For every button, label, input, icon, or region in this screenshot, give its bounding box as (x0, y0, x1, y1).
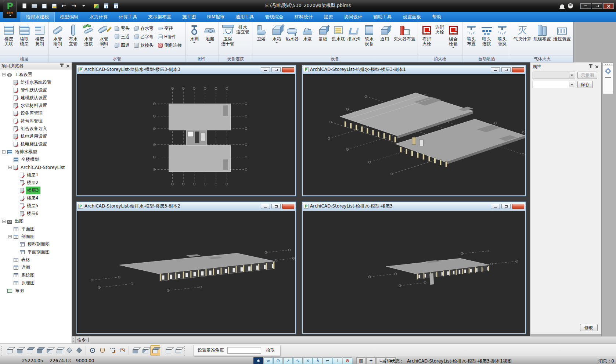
view-diamond-left-button[interactable] (64, 345, 74, 356)
window-maximize-button[interactable] (501, 67, 511, 72)
save-as-icon[interactable] (50, 2, 58, 10)
ribbon-small-button[interactable]: 软接头 (134, 42, 154, 48)
viewport-canvas[interactable] (78, 211, 295, 333)
window-minimize-button[interactable] (261, 67, 270, 72)
window-maximize-button[interactable] (271, 67, 281, 72)
ribbon-tab[interactable]: 材料统计 (289, 12, 318, 22)
ribbon-small-button[interactable]: 变径 (158, 25, 182, 32)
report-export-icon[interactable] (102, 2, 110, 10)
orbit-view-button[interactable] (87, 345, 97, 356)
ribbon-tab[interactable]: 管线综合 (260, 12, 289, 22)
ribbon-button[interactable]: 基础 (315, 23, 331, 55)
tree-item[interactable]: 布图 (0, 287, 72, 295)
collapse-toggle-icon[interactable] (2, 150, 6, 154)
ribbon-button[interactable]: 布消 火栓 (419, 23, 435, 55)
ribbon-button[interactable]: 读取 楼层 (17, 23, 32, 55)
base-angle-input[interactable] (227, 347, 261, 354)
ribbon-button[interactable]: 灭火器布置 (392, 23, 417, 55)
zoom-extents-button[interactable] (117, 345, 127, 356)
window-maximize-button[interactable] (501, 204, 511, 209)
tree-item[interactable]: 工程设置 (0, 71, 72, 79)
ribbon-button[interactable]: 集水坑 (331, 23, 346, 55)
view-diamond-right-button[interactable] (74, 345, 84, 356)
tree-item[interactable]: 平面图 (0, 225, 72, 233)
osnap-center-icon[interactable]: ⊙ (273, 357, 283, 364)
ribbon-tab[interactable]: 水力计算 (84, 12, 114, 22)
ribbon-button[interactable]: 水管 绘制 (50, 23, 65, 55)
ribbon-button[interactable]: 楼层 复制 (32, 23, 47, 55)
ribbon-tab[interactable]: 协同设计 (339, 12, 368, 22)
view-iso-sw-button[interactable] (5, 345, 15, 356)
tree-item[interactable]: 原理图 (0, 279, 72, 287)
tree-item[interactable]: 表格 (0, 256, 72, 264)
ribbon-small-button[interactable]: 乙字弯 (134, 34, 154, 40)
shade-xray-button[interactable] (173, 345, 183, 356)
ribbon-button[interactable]: 水阀 (187, 23, 202, 55)
window-close-button[interactable] (512, 204, 524, 209)
save-button[interactable]: 保存 (577, 81, 593, 88)
window-close-button[interactable] (282, 67, 294, 72)
tree-item[interactable]: 楼层1 (0, 171, 72, 179)
tree-item[interactable]: 模型剖面图 (0, 241, 72, 248)
osnap-link-icon[interactable]: ∞ (263, 357, 273, 364)
viewport[interactable] (77, 74, 295, 195)
tree-item[interactable]: 给排水模型 (0, 148, 72, 156)
ribbon-button[interactable]: 水泵 (300, 23, 315, 55)
tree-item[interactable]: 建模默认设置 (0, 94, 72, 102)
window-minimize-button[interactable] (491, 204, 500, 209)
ribbon-button[interactable]: 地漏 (202, 23, 217, 55)
ribbon-button[interactable]: 水管 编辑 (96, 23, 112, 55)
tree-item[interactable]: 水管材料设置 (0, 102, 72, 109)
ribbon-tab[interactable]: 计算工具 (114, 12, 143, 22)
tree-item[interactable]: 符号库管理 (0, 117, 72, 125)
pin-icon[interactable] (590, 65, 591, 68)
view-iso-ne-button[interactable] (25, 345, 35, 356)
tree-item[interactable]: 系统图 (0, 271, 72, 279)
minimize-button[interactable] (580, 3, 591, 9)
ribbon-button[interactable]: 喷头 连接 (479, 23, 494, 55)
pin-icon[interactable] (61, 65, 62, 67)
grid-toggle-icon[interactable]: ▦ (356, 357, 366, 364)
drag-grip-icon[interactable] (1, 345, 4, 356)
command-bar[interactable]: 命令: (72, 336, 616, 343)
view-bottom-button[interactable] (54, 345, 64, 356)
tree-item[interactable]: 设备库管理 (0, 109, 72, 117)
view-top-button[interactable] (44, 345, 54, 356)
ribbon-small-button[interactable]: 弯头 (115, 25, 130, 32)
ribbon-button[interactable]: 喷头 替换 (494, 23, 510, 55)
zoom-window-button[interactable] (107, 345, 117, 356)
ribbon-button[interactable]: 楼层 关联 (1, 23, 17, 55)
window-minimize-button[interactable] (491, 67, 500, 72)
ribbon-button[interactable]: 喷头 布置 (464, 23, 479, 55)
tree-item[interactable]: 楼层2 (0, 179, 72, 187)
crosshair-toggle-icon[interactable]: + (366, 357, 376, 364)
ribbon-tab[interactable]: 帮助 (427, 12, 447, 22)
ribbon-button[interactable]: 通用 (377, 23, 392, 55)
ribbon-button[interactable]: 排水 连立管 (235, 23, 251, 55)
ribbon-button[interactable]: 布水 立管 (65, 23, 81, 55)
snap-master-toggle-icon[interactable]: ∗ (253, 357, 263, 364)
pick-button[interactable]: 拾取 (264, 347, 276, 353)
save-icon[interactable] (40, 2, 48, 10)
window-title-bar[interactable]: ArchiCAD-StoreyList-给排水-模型-楼层3 (303, 202, 525, 210)
ribbon-small-button[interactable]: 四通 (115, 42, 130, 48)
new-file-icon[interactable] (21, 2, 28, 10)
ribbon-tab[interactable]: 给排水建模 (21, 12, 55, 22)
osnap-corner-icon[interactable]: ⌐ (323, 357, 332, 364)
osnap-intersection-icon[interactable]: × (303, 357, 313, 364)
ribbon-small-button[interactable]: 存水弯 (134, 25, 154, 32)
close-panel-icon[interactable] (595, 65, 598, 68)
tree-item[interactable]: 剖面图 (0, 233, 72, 241)
user-avatar-icon[interactable] (568, 3, 573, 8)
viewport[interactable] (77, 211, 295, 333)
app-logo-button[interactable] (3, 1, 17, 18)
ribbon-button[interactable]: 水箱 (269, 23, 284, 55)
close-panel-icon[interactable] (66, 64, 69, 68)
ribbon-tab[interactable]: 通用工具 (230, 12, 260, 22)
modify-button[interactable]: 修改 (580, 324, 598, 331)
tree-item[interactable]: 出图 (0, 217, 72, 225)
shade-hidden-line-button[interactable] (140, 345, 150, 356)
shade-wireframe-button[interactable] (130, 345, 140, 356)
tree-item[interactable]: 楼层6 (0, 210, 72, 217)
ribbon-button[interactable]: 气灭计算 (512, 23, 532, 55)
